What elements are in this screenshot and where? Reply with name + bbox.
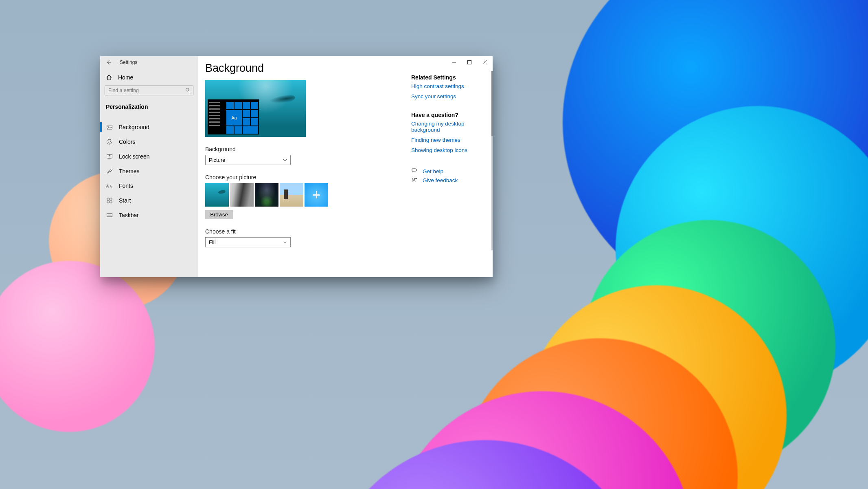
picture-thumbnails (205, 183, 400, 207)
feedback-icon (411, 177, 418, 183)
app-title: Settings (120, 59, 137, 65)
nav-item-label: Fonts (119, 183, 133, 189)
preview-sample-text: Aa (231, 115, 237, 120)
svg-point-1 (186, 88, 189, 92)
back-button[interactable] (106, 59, 112, 65)
nav-item-label: Background (119, 124, 149, 130)
svg-point-5 (108, 142, 109, 143)
svg-point-6 (110, 143, 110, 144)
chevron-down-icon (283, 158, 287, 162)
link-high-contrast[interactable]: High contrast settings (411, 83, 488, 89)
choose-picture-label: Choose your picture (205, 174, 400, 181)
link-changing-background[interactable]: Changing my desktop background (411, 121, 488, 133)
background-dropdown[interactable]: Picture (205, 155, 291, 165)
give-feedback-link[interactable]: Give feedback (411, 177, 488, 183)
background-preview: Aa (205, 80, 306, 137)
svg-rect-11 (107, 198, 109, 200)
settings-window: Settings Home Personalization Background (100, 56, 493, 277)
svg-point-16 (413, 178, 415, 180)
background-dropdown-value: Picture (209, 157, 225, 163)
nav-home[interactable]: Home (100, 68, 198, 82)
svg-rect-13 (107, 201, 109, 203)
nav-item-lock-screen[interactable]: Lock screen (100, 149, 198, 164)
nav-item-themes[interactable]: Themes (100, 164, 198, 178)
svg-rect-12 (110, 198, 112, 200)
chevron-down-icon (283, 240, 287, 244)
nav-item-colors[interactable]: Colors (100, 134, 198, 149)
nav-item-label: Start (119, 197, 131, 204)
page-title: Background (205, 62, 400, 75)
fonts-icon: AA (106, 183, 113, 189)
svg-point-4 (108, 141, 109, 141)
picture-thumbnail[interactable] (305, 183, 328, 207)
svg-point-3 (108, 126, 109, 127)
fit-dropdown[interactable]: Fill (205, 237, 291, 247)
svg-rect-8 (109, 156, 110, 157)
fit-dropdown-value: Fill (209, 239, 216, 245)
content: Background Aa Background Picture (198, 56, 409, 277)
start-icon (106, 197, 113, 204)
lock-screen-icon (106, 153, 113, 160)
brush-icon (106, 168, 113, 174)
palette-icon (106, 139, 113, 145)
nav-item-start[interactable]: Start (100, 193, 198, 208)
picture-thumbnail[interactable] (280, 183, 303, 207)
nav-item-label: Colors (119, 139, 135, 145)
help-icon (411, 168, 418, 174)
fit-dropdown-label: Choose a fit (205, 228, 400, 235)
picture-thumbnail[interactable] (230, 183, 254, 207)
nav-list: Background Colors Lock screen Themes (100, 112, 198, 222)
scrollbar[interactable] (491, 71, 493, 250)
link-finding-themes[interactable]: Finding new themes (411, 137, 488, 143)
question-heading: Have a question? (411, 112, 488, 118)
picture-thumbnail[interactable] (255, 183, 278, 207)
browse-button[interactable]: Browse (205, 210, 233, 219)
nav-category: Personalization (100, 98, 198, 112)
svg-rect-14 (110, 201, 112, 203)
svg-rect-15 (107, 214, 112, 217)
nav-item-label: Taskbar (119, 212, 139, 218)
link-showing-icons[interactable]: Showing desktop icons (411, 147, 488, 153)
svg-text:A: A (110, 185, 112, 188)
get-help-label: Get help (423, 168, 443, 174)
picture-icon (106, 124, 113, 130)
arrow-left-icon (106, 59, 112, 65)
home-icon (106, 74, 112, 81)
svg-text:A: A (106, 183, 109, 188)
related-settings-heading: Related Settings (411, 74, 488, 81)
background-dropdown-label: Background (205, 146, 400, 152)
search-icon (185, 88, 190, 93)
link-sync-settings[interactable]: Sync your settings (411, 93, 488, 99)
nav-item-label: Lock screen (119, 153, 149, 160)
give-feedback-label: Give feedback (423, 177, 458, 183)
nav-item-taskbar[interactable]: Taskbar (100, 208, 198, 222)
main-area: Background Aa Background Picture (198, 56, 493, 277)
nav-item-label: Themes (119, 168, 140, 174)
get-help-link[interactable]: Get help (411, 168, 488, 174)
nav-home-label: Home (118, 74, 133, 81)
taskbar-icon (106, 212, 113, 218)
nav-item-background[interactable]: Background (100, 120, 198, 134)
picture-thumbnail[interactable] (205, 183, 229, 207)
search-input[interactable] (105, 86, 193, 95)
nav-item-fonts[interactable]: AA Fonts (100, 178, 198, 193)
right-rail: Related Settings High contrast settings … (409, 56, 493, 277)
nav-pane: Settings Home Personalization Background (100, 56, 198, 277)
